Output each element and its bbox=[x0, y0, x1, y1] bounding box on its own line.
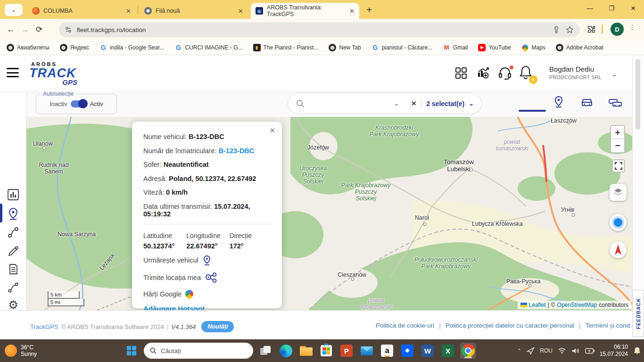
view-tab-location[interactable] bbox=[551, 96, 567, 110]
edge-icon[interactable] bbox=[278, 343, 294, 359]
statistics-add-icon[interactable] bbox=[476, 66, 490, 80]
start-button[interactable] bbox=[124, 343, 140, 359]
volume-icon[interactable] bbox=[571, 347, 580, 354]
bookmark-acrobat[interactable]: ◍Adobe Acrobat bbox=[556, 44, 603, 51]
tab-fila-noua[interactable]: Filă nouă ✕ bbox=[140, 3, 248, 19]
bookmark-pianist[interactable]: ▮The Pianist - Pianist... bbox=[253, 44, 319, 51]
selection-chevron-down-icon[interactable]: ⌄ bbox=[469, 100, 474, 107]
battery-icon[interactable] bbox=[585, 348, 594, 354]
password-key-icon[interactable] bbox=[551, 25, 561, 34]
window-minimize-button[interactable]: — bbox=[579, 0, 601, 16]
address-bar[interactable]: fleet.trackgps.ro/location bbox=[59, 22, 580, 37]
close-tab-icon[interactable]: ✕ bbox=[349, 8, 355, 15]
notifications-bell-icon[interactable]: 6 bbox=[519, 65, 536, 83]
zoom-in-button[interactable]: + bbox=[611, 126, 624, 139]
dropbox-icon[interactable]: ❖ bbox=[399, 343, 415, 359]
view-tab-fleet[interactable] bbox=[607, 96, 623, 110]
tray-overflow-chevron-icon[interactable]: ⌃ bbox=[517, 348, 521, 354]
leaflet-map[interactable]: Ulanów Rudnik nad Sanem Nowa Sarzyna Leż… bbox=[26, 117, 632, 310]
bookmark-star-icon[interactable] bbox=[565, 25, 574, 34]
back-button[interactable]: ← bbox=[4, 25, 18, 34]
bookmark-aviabilety[interactable]: ◍Авиабилеты bbox=[7, 44, 50, 51]
footer-brand-link[interactable]: TrackGPS bbox=[30, 323, 58, 330]
cookie-policy-link[interactable]: Politica de cookie-uri bbox=[376, 322, 435, 329]
sidebar-item-dashboard[interactable] bbox=[7, 188, 20, 201]
keyboard-language[interactable]: ROU bbox=[540, 347, 553, 354]
user-menu[interactable]: Bogdan Dediu PRODCONFORT SRL bbox=[549, 65, 611, 80]
bookmark-gmail[interactable]: MGmail bbox=[443, 44, 468, 51]
file-explorer-icon[interactable] bbox=[298, 343, 314, 359]
share-location-icon[interactable] bbox=[205, 272, 218, 284]
apps-grid-icon[interactable] bbox=[454, 66, 468, 80]
autoselect-toggle[interactable] bbox=[71, 100, 87, 107]
toggle-active-label: Activ bbox=[90, 100, 103, 107]
popup-close-icon[interactable]: ✕ bbox=[269, 126, 275, 135]
search-chevron-down-icon[interactable]: ⌄ bbox=[394, 100, 399, 107]
plate-number-link[interactable]: B-123-DBC bbox=[219, 147, 255, 155]
extensions-puzzle-icon[interactable] bbox=[586, 25, 596, 35]
forward-button[interactable]: → bbox=[18, 25, 32, 34]
fullscreen-button[interactable] bbox=[612, 159, 625, 173]
compass-button[interactable] bbox=[610, 241, 627, 258]
taskbar-weather-widget[interactable]: 36°CSunny bbox=[5, 344, 37, 357]
privacy-policy-link[interactable]: Politica protecției datelor cu caracter … bbox=[446, 322, 574, 329]
close-tab-icon[interactable]: ✕ bbox=[126, 8, 131, 15]
sidebar-item-location[interactable] bbox=[7, 207, 20, 220]
trackgps-logo[interactable]: AROBS TRACK GPS bbox=[29, 61, 91, 85]
taskbar-search-box[interactable]: Căutați bbox=[144, 343, 253, 359]
news-badge[interactable]: Noutăți bbox=[201, 321, 234, 332]
locate-button[interactable] bbox=[610, 214, 627, 231]
bookmark-maps[interactable]: Maps bbox=[521, 44, 545, 51]
amazon-icon[interactable]: a bbox=[379, 343, 395, 359]
taskbar-clock[interactable]: 06:10 15.07.2024 bbox=[600, 344, 628, 358]
layers-button[interactable] bbox=[610, 184, 627, 201]
excel-icon[interactable]: X bbox=[440, 343, 456, 359]
tab-search-button[interactable]: ⌄ bbox=[5, 4, 23, 16]
add-hotspot-link[interactable]: Adăugare Hotspot bbox=[143, 304, 272, 310]
new-tab-button[interactable]: + bbox=[363, 4, 375, 16]
terms-link[interactable]: Termeni și cond bbox=[585, 322, 630, 329]
scrollbar-thumb[interactable] bbox=[636, 59, 640, 130]
support-headset-icon[interactable] bbox=[497, 66, 513, 82]
hamburger-menu-icon[interactable] bbox=[7, 68, 19, 77]
clear-selection-icon[interactable]: ✕ bbox=[411, 100, 416, 107]
task-view-button[interactable] bbox=[257, 343, 273, 359]
user-chevron-down-icon[interactable]: ⌄ bbox=[612, 71, 617, 78]
sidebar-item-settings[interactable]: ⚙ bbox=[7, 298, 20, 312]
word-icon[interactable]: W bbox=[420, 343, 436, 359]
powerpoint-icon[interactable]: P bbox=[339, 343, 355, 359]
vehicle-search-box[interactable]: ⌄ ✕ 2 selectat(e) ⌄ bbox=[288, 93, 482, 114]
zoom-out-button[interactable]: − bbox=[611, 139, 624, 152]
view-tab-vehicle[interactable] bbox=[579, 96, 595, 110]
google-maps-pin-icon[interactable] bbox=[184, 288, 195, 299]
browser-profile-avatar[interactable]: D bbox=[611, 23, 624, 36]
location-services-icon[interactable] bbox=[527, 347, 535, 355]
window-maximize-button[interactable]: ❐ bbox=[601, 0, 622, 16]
leaflet-link[interactable]: Leaflet bbox=[529, 302, 546, 308]
close-tab-icon[interactable]: ✕ bbox=[238, 8, 243, 15]
osm-link[interactable]: OpenStreetMap bbox=[557, 302, 597, 308]
bookmark-yandex[interactable]: ◍Яндекс bbox=[60, 44, 89, 51]
bookmark-pianistul[interactable]: Gpianistul - Căutare... bbox=[372, 44, 432, 51]
tab-columba[interactable]: COLUMBA ✕ bbox=[27, 3, 136, 19]
sidebar-item-tracks[interactable] bbox=[7, 281, 20, 294]
site-settings-icon[interactable] bbox=[65, 26, 72, 33]
sidebar-item-edit[interactable] bbox=[7, 245, 20, 258]
bookmark-youtube[interactable]: ▶YouTube bbox=[478, 44, 511, 51]
sidebar-item-reports[interactable] bbox=[7, 263, 20, 276]
wifi-icon[interactable] bbox=[558, 347, 566, 354]
bookmark-indila[interactable]: Gindila - Google Sear... bbox=[99, 44, 164, 51]
feedback-tab[interactable]: FEEDBACK bbox=[632, 290, 644, 337]
mail-icon[interactable] bbox=[359, 343, 375, 359]
bookmark-newtab[interactable]: ◍New Tab bbox=[329, 44, 361, 51]
sidebar-item-routes[interactable] bbox=[7, 226, 20, 239]
reload-button[interactable]: ⟳ bbox=[32, 25, 46, 34]
window-close-button[interactable]: ✕ bbox=[622, 0, 644, 16]
chrome-icon-active[interactable] bbox=[460, 343, 476, 359]
notification-center-bell-icon[interactable] bbox=[633, 346, 641, 355]
tab-trackgps-active[interactable]: ◉ AROBS Transilvania: TrackGPS ✕ bbox=[251, 3, 359, 19]
browser-menu-icon[interactable]: ⋮ bbox=[629, 24, 636, 31]
follow-vehicle-pin-icon[interactable] bbox=[202, 255, 212, 266]
microsoft-store-icon[interactable] bbox=[318, 343, 334, 359]
bookmark-curci[interactable]: GCURCI IMAGINE - G... bbox=[175, 44, 243, 51]
